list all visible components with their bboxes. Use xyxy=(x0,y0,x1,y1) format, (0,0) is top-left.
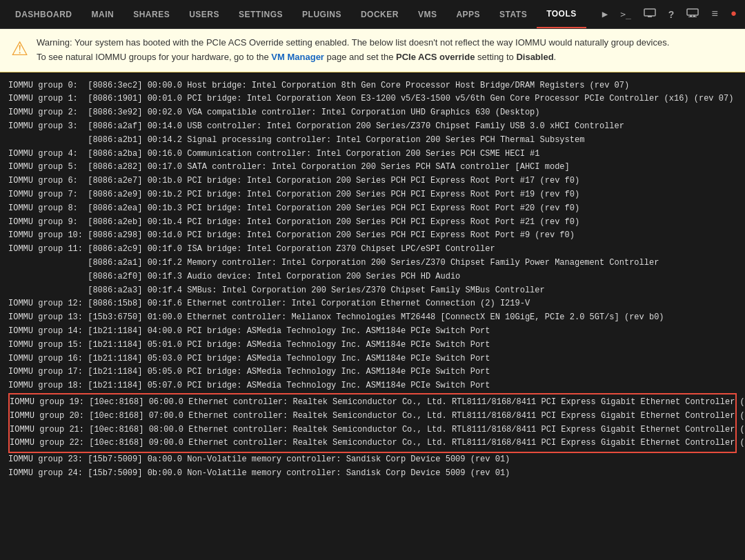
vm-manager-link[interactable]: VM Manager xyxy=(271,52,324,62)
iommu-group-19: IOMMU group 19: [10ec:8168] 06:00.0 Ethe… xyxy=(10,396,735,410)
iommu-group-23: IOMMU group 23: [15b7:5009] 0a:00.0 Non-… xyxy=(8,453,737,467)
warning-line2-mid: page and set the xyxy=(324,52,396,62)
iommu-group-1: IOMMU group 1: [8086:1901] 00:01.0 PCI b… xyxy=(8,92,737,106)
svg-rect-0 xyxy=(644,9,655,16)
iommu-group-13: IOMMU group 13: [15b3:6750] 01:00.0 Ethe… xyxy=(8,311,737,325)
svg-rect-5 xyxy=(688,17,697,17)
menu-icon[interactable]: ≡ xyxy=(708,6,721,23)
svg-rect-1 xyxy=(648,16,652,17)
warning-line2-pre: To see natural IOMMU groups for your har… xyxy=(37,52,271,62)
iommu-group-16: IOMMU group 16: [1b21:1184] 05:03.0 PCI … xyxy=(8,352,737,366)
nav-users[interactable]: USERS xyxy=(179,1,229,28)
iommu-group-6: IOMMU group 6: [8086:a2e7] 00:1b.0 PCI b… xyxy=(8,174,737,188)
iommu-group-7: IOMMU group 7: [8086:a2e9] 00:1b.2 PCI b… xyxy=(8,188,737,202)
svg-rect-3 xyxy=(690,15,692,17)
nav-items: DASHBOARD MAIN SHARES USERS SETTINGS PLU… xyxy=(6,1,599,28)
iommu-content: IOMMU group 0: [8086:3ec2] 00:00.0 Host … xyxy=(0,72,745,555)
nav-main[interactable]: MAIN xyxy=(82,1,124,28)
nav-shares[interactable]: SHARES xyxy=(123,1,179,28)
iommu-group-8: IOMMU group 8: [8086:a2ea] 00:1b.3 PCI b… xyxy=(8,202,737,216)
nav-tools[interactable]: TOOLS xyxy=(537,1,586,28)
warning-line1: Warning: Your system has booted with the… xyxy=(37,37,669,48)
iommu-group-11-cont: [8086:a2a3] 00:1f.4 SMBus: Intel Corpora… xyxy=(8,284,737,298)
warning-icon: ⚠ xyxy=(11,37,28,60)
nav-docker[interactable]: DOCKER xyxy=(351,1,408,28)
warning-period: . xyxy=(554,52,557,62)
warning-disabled: Disabled xyxy=(516,52,553,62)
iommu-group-0: IOMMU group 0: [8086:3ec2] 00:00.0 Host … xyxy=(8,79,737,93)
warning-line2-post: setting to xyxy=(475,52,516,62)
iommu-group-2: IOMMU group 2: [8086:3e92] 00:02.0 VGA c… xyxy=(8,106,737,120)
nav-stats[interactable]: STATS xyxy=(490,1,537,28)
display-icon[interactable] xyxy=(641,6,659,23)
nav-plugins[interactable]: PLUGINS xyxy=(292,1,351,28)
terminal-icon[interactable]: >_ xyxy=(617,6,634,22)
iommu-group-20: IOMMU group 20: [10ec:8168] 07:00.0 Ethe… xyxy=(10,410,735,423)
nav-icons: ▶ >_ ? ≡ ● xyxy=(599,6,739,23)
iommu-group-11-cont: [8086:a2f0] 00:1f.3 Audio device: Intel … xyxy=(8,270,737,284)
iommu-group-11-cont: [8086:a2a1] 00:1f.2 Memory controller: I… xyxy=(8,257,737,270)
iommu-group-11: IOMMU group 11: [8086:a2c9] 00:1f.0 ISA … xyxy=(8,243,737,257)
iommu-group-10: IOMMU group 10: [8086:a298] 00:1d.0 PCI … xyxy=(8,229,737,243)
warning-text: Warning: Your system has booted with the… xyxy=(37,36,669,65)
iommu-group-9: IOMMU group 9: [8086:a2eb] 00:1b.4 PCI b… xyxy=(8,216,737,230)
nav-dashboard[interactable]: DASHBOARD xyxy=(6,1,82,28)
iommu-group-5: IOMMU group 5: [8086:a282] 00:17.0 SATA … xyxy=(8,161,737,174)
nav-vms[interactable]: VMS xyxy=(408,1,447,28)
alert-icon[interactable]: ● xyxy=(728,6,739,23)
monitor-icon[interactable] xyxy=(684,6,702,23)
iommu-group-17: IOMMU group 17: [1b21:1184] 05:05.0 PCI … xyxy=(8,366,737,379)
nav-apps[interactable]: APPS xyxy=(446,1,490,28)
navbar: DASHBOARD MAIN SHARES USERS SETTINGS PLU… xyxy=(0,0,745,29)
iommu-group-3-cont: [8086:a2b1] 00:14.2 Signal processing co… xyxy=(8,134,737,148)
iommu-group-12: IOMMU group 12: [8086:15b8] 00:1f.6 Ethe… xyxy=(8,297,737,311)
iommu-group-4: IOMMU group 4: [8086:a2ba] 00:16.0 Commu… xyxy=(8,148,737,161)
nav-settings[interactable]: SETTINGS xyxy=(229,1,292,28)
highlight-group: IOMMU group 19: [10ec:8168] 06:00.0 Ethe… xyxy=(8,393,737,453)
svg-rect-4 xyxy=(693,15,695,17)
iommu-group-21: IOMMU group 21: [10ec:8168] 08:00.0 Ethe… xyxy=(10,423,735,437)
iommu-group-24: IOMMU group 24: [15b7:5009] 0b:00.0 Non-… xyxy=(8,467,737,481)
warning-pcie-acs: PCIe ACS override xyxy=(396,52,475,62)
iommu-group-3: IOMMU group 3: [8086:a2af] 00:14.0 USB c… xyxy=(8,120,737,134)
warning-banner: ⚠ Warning: Your system has booted with t… xyxy=(0,29,745,72)
svg-rect-2 xyxy=(687,9,698,15)
iommu-group-15: IOMMU group 15: [1b21:1184] 05:01.0 PCI … xyxy=(8,339,737,352)
help-icon[interactable]: ? xyxy=(666,6,677,23)
iommu-group-18: IOMMU group 18: [1b21:1184] 05:07.0 PCI … xyxy=(8,379,737,393)
iommu-group-22: IOMMU group 22: [10ec:8168] 09:00.0 Ethe… xyxy=(10,437,735,450)
play-icon[interactable]: ▶ xyxy=(599,6,610,23)
iommu-group-14: IOMMU group 14: [1b21:1184] 04:00.0 PCI … xyxy=(8,325,737,339)
